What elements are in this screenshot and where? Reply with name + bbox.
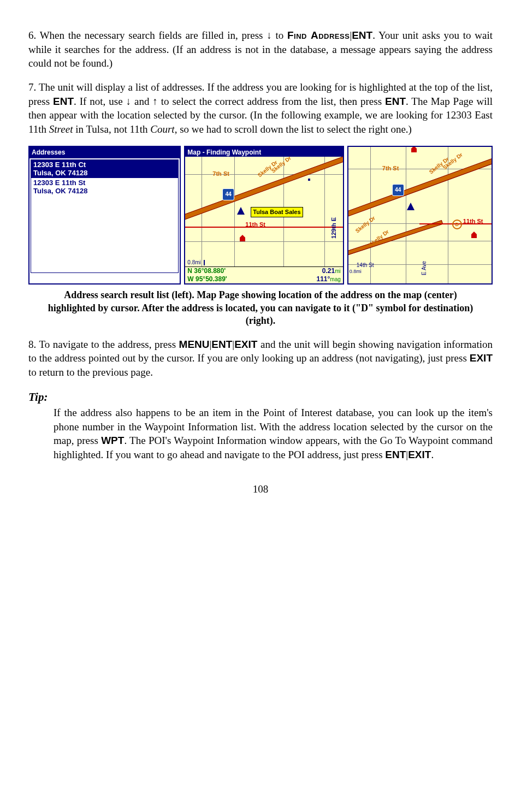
street-7th: 7th St	[382, 164, 399, 173]
ent-key: ENT	[352, 29, 372, 41]
street-italic: Street	[49, 123, 73, 135]
addr-sel-l2: Tulsa, OK 74128	[33, 169, 176, 177]
skelly-dr: Skelly Dr	[354, 215, 377, 235]
destination-icon: D	[452, 220, 462, 229]
dist-bearing: 0.21mi 111°mag	[314, 267, 342, 283]
highway-shield: 44	[392, 184, 404, 196]
street-7th: 7th St	[212, 170, 229, 178]
map-scale: 0.8mi	[187, 259, 200, 266]
house-icon	[471, 234, 477, 238]
map-destination-panel: 7th St Skelly Dr Skelly Dr Skelly Dr Ske…	[347, 146, 493, 285]
addr-sel-l1: 12303 E 11th Ct	[33, 161, 176, 169]
e-ave: E Ave	[421, 262, 428, 276]
ent-key: ENT	[385, 449, 406, 460]
addr-unsel-l2: Tulsa, OK 74128	[33, 187, 176, 195]
addresses-title: Addresses	[29, 147, 180, 158]
exit-key: EXIT	[408, 449, 431, 460]
map-dot-icon	[308, 179, 310, 181]
coord-w: W 95°50.389'	[187, 275, 227, 283]
step8-p1: 8. To navigate to the address, press	[28, 339, 179, 350]
figure-row: Addresses 12303 E 11th Ct Tulsa, OK 7412…	[28, 146, 493, 285]
coord-band: N 36°08.880' W 95°50.389' 0.21mi 111°mag	[185, 266, 342, 283]
address-list: 12303 E 11th Ct Tulsa, OK 74128 12303 E …	[31, 159, 179, 273]
figure-caption: Address search result list (left). Map P…	[47, 289, 474, 327]
house-icon	[411, 149, 417, 152]
addresses-panel: Addresses 12303 E 11th Ct Tulsa, OK 7412…	[28, 146, 181, 285]
street-11th: 11th St	[245, 221, 265, 229]
step-8-paragraph: 8. To navigate to the address, press MEN…	[28, 337, 493, 380]
exit-key: EXIT	[234, 339, 257, 350]
street-11th-dest: 11th St	[463, 217, 483, 226]
poi-tulsa-boat-sales: Tulsa Boat Sales	[251, 207, 303, 217]
map-scale: 0.8mi	[350, 268, 362, 275]
step8-p3: to return to the previous page.	[28, 366, 153, 378]
cursor-icon	[237, 207, 245, 215]
addr-unsel-l1: 12303 E 11th St	[33, 179, 176, 187]
street-129th: 129th E	[330, 217, 338, 239]
court-italic: Court	[150, 123, 174, 135]
tip-paragraph: If the address also happens to be an ite…	[54, 406, 493, 462]
address-item-selected: 12303 E 11th Ct Tulsa, OK 74128	[31, 160, 178, 178]
step7-p4: in Tulsa, not 11th	[73, 123, 150, 135]
map-finding-waypoint-panel: Map - Finding Waypoint 7th St Skelly Dr …	[184, 146, 344, 285]
step-7-paragraph: 7. The unit will display a list of addre…	[28, 80, 493, 137]
tip-heading: Tip:	[28, 389, 493, 405]
cursor-icon	[407, 203, 415, 210]
step6-prefix: 6. When the necessary search fields are …	[28, 29, 287, 41]
step-6-paragraph: 6. When the necessary search fields are …	[28, 28, 493, 70]
wpt-key: WPT	[101, 435, 124, 446]
find-address-label: Find Address	[287, 29, 350, 41]
coord-n: N 36°08.880'	[187, 267, 227, 275]
highway-shield: 44	[222, 188, 234, 200]
dist-unit: mi	[335, 268, 341, 274]
ent-key: ENT	[53, 96, 74, 107]
tip-p3: .	[431, 449, 434, 460]
ent-key: ENT	[385, 96, 406, 107]
step7-p2: . If not, use ↓ and ↑ to select the corr…	[74, 96, 385, 107]
dist-val: 0.21	[322, 267, 335, 275]
house-icon	[240, 238, 245, 241]
bearing-unit: mag	[330, 276, 340, 282]
step7-p5: , so we had to scroll down the list to s…	[175, 123, 412, 135]
bearing-val: 111°	[316, 275, 330, 283]
coord-readout: N 36°08.880' W 95°50.389'	[185, 267, 229, 283]
menu-key: MENU	[179, 339, 210, 350]
page-number: 108	[28, 482, 493, 496]
address-item: 12303 E 11th St Tulsa, OK 74128	[31, 178, 178, 196]
ent-key: ENT	[211, 339, 232, 350]
exit-key: EXIT	[470, 352, 493, 364]
